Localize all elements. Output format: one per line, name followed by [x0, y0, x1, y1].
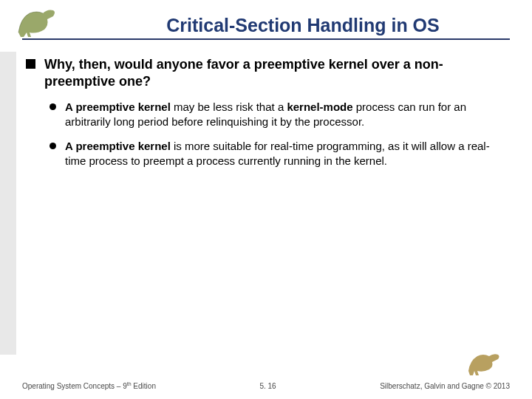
round-bullet-icon	[50, 143, 56, 149]
title-underline	[22, 38, 510, 40]
main-question-text: Why, then, would anyone favor a preempti…	[44, 56, 506, 89]
round-bullet-icon	[50, 103, 56, 110]
bullet-level2: A preemptive kernel is more suitable for…	[50, 139, 506, 168]
slide-header: Critical-Section Handling in OS	[0, 7, 532, 36]
left-gray-strip	[0, 52, 16, 355]
bullet-level1: Why, then, would anyone favor a preempti…	[26, 56, 506, 89]
slide-footer: Operating System Concepts – 9th Edition …	[22, 381, 510, 390]
footer-page-number: 5. 16	[259, 382, 276, 390]
slide-body: Why, then, would anyone favor a preempti…	[26, 56, 506, 178]
footer-copyright: Silberschatz, Galvin and Gagne © 2013	[380, 382, 510, 390]
footer-book-title: Operating System Concepts – 9th Edition	[22, 381, 156, 390]
page-title: Critical-Section Handling in OS	[22, 7, 532, 36]
square-bullet-icon	[26, 59, 35, 69]
dinosaur-bottom-icon	[466, 347, 502, 377]
bullet-level2: A preemptive kernel may be less risk tha…	[50, 100, 506, 129]
sub-bullet-1-text: A preemptive kernel may be less risk tha…	[65, 100, 506, 129]
sub-bullet-2-text: A preemptive kernel is more suitable for…	[65, 139, 506, 168]
